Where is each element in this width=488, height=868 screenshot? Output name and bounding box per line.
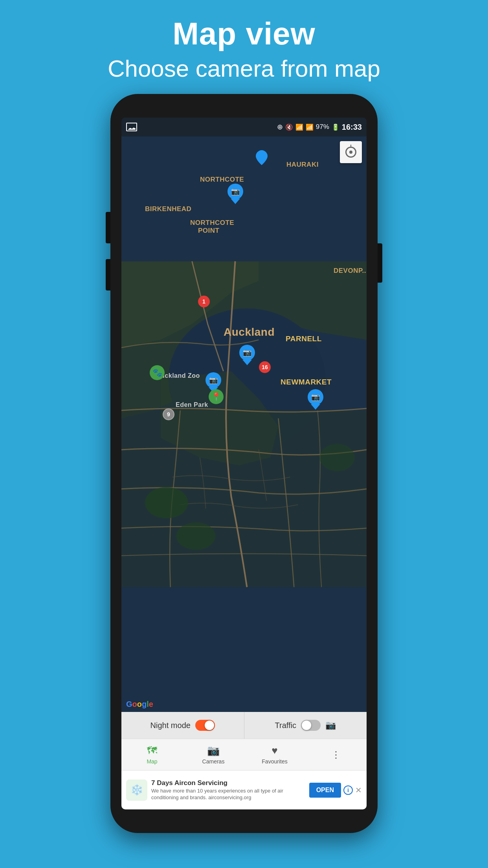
- cameras-nav-icon: 📷: [207, 745, 220, 757]
- controls-bar: Night mode Traffic 📷: [121, 712, 367, 739]
- svg-marker-14: [242, 360, 252, 365]
- map-view[interactable]: NORTHCOTE BIRKENHEAD NORTHCOTE POINT HAU…: [121, 136, 367, 712]
- map-label-birkenhead: BIRKENHEAD: [145, 205, 191, 213]
- traffic-toggle[interactable]: [301, 720, 321, 731]
- svg-text:📷: 📷: [231, 187, 240, 196]
- traffic-camera-icon: 📷: [325, 720, 336, 730]
- ad-open-button[interactable]: OPEN: [309, 783, 341, 798]
- subtitle: Choose camera from map: [108, 55, 380, 82]
- signal-icon: 📶: [306, 123, 314, 131]
- status-bar: ⊕ 🔇 📶 📶 97% 🔋 16:33: [121, 118, 367, 136]
- phone-body: ⊕ 🔇 📶 📶 97% 🔋 16:33: [110, 94, 378, 833]
- phone-frame: ⊕ 🔇 📶 📶 97% 🔋 16:33: [110, 94, 378, 833]
- map-svg: [121, 136, 367, 712]
- wifi-icon: 📶: [295, 123, 303, 131]
- map-label-northcote-point2: POINT: [198, 227, 219, 235]
- ad-text: 7 Days Aircon Servicing We have more tha…: [151, 779, 306, 801]
- location-button[interactable]: [340, 141, 362, 163]
- map-label-devonport: DEVONP...: [334, 267, 367, 275]
- map-nav-icon: 🗺: [147, 745, 157, 757]
- nav-cameras[interactable]: 📷 Cameras: [183, 741, 244, 768]
- road-badge-9: 9: [163, 408, 174, 420]
- ad-title: 7 Days Aircon Servicing: [151, 779, 306, 787]
- night-mode-label: Night mode: [150, 721, 191, 730]
- svg-point-8: [319, 444, 355, 471]
- volume-up-button[interactable]: [106, 212, 110, 243]
- map-label-newmarket: NEWMARKET: [281, 378, 332, 386]
- ad-description: We have more than 10 years experiences o…: [151, 788, 306, 801]
- traffic-label: Traffic: [275, 721, 296, 730]
- google-logo: Google: [126, 700, 153, 709]
- location-icon: [345, 147, 356, 158]
- camera-pin-2[interactable]: 📷: [238, 345, 256, 367]
- road-badge-1: 1: [198, 296, 210, 307]
- nav-favourites-label: Favourites: [262, 758, 287, 765]
- traffic-thumb: [302, 721, 311, 730]
- svg-point-6: [145, 487, 188, 519]
- nav-map-label: Map: [147, 758, 157, 765]
- svg-point-7: [176, 522, 216, 550]
- night-mode-toggle[interactable]: [195, 720, 215, 731]
- add-circle-icon: ⊕: [277, 123, 283, 131]
- night-mode-section[interactable]: Night mode: [121, 712, 244, 739]
- nav-more[interactable]: ⋮: [305, 746, 367, 763]
- nav-map[interactable]: 🗺 Map: [121, 741, 183, 768]
- ad-icon: ❄️: [126, 780, 147, 801]
- nav-favourites[interactable]: ♥ Favourites: [244, 741, 305, 768]
- svg-text:📷: 📷: [243, 348, 252, 357]
- ad-banner: ❄️ 7 Days Aircon Servicing We have more …: [121, 770, 367, 809]
- more-icon: ⋮: [331, 749, 341, 760]
- ad-info-icon[interactable]: i: [343, 785, 353, 795]
- image-icon: [126, 123, 137, 131]
- traffic-section[interactable]: Traffic 📷: [244, 712, 367, 739]
- poi-zoo[interactable]: 🐾: [150, 365, 165, 380]
- phone-screen: ⊕ 🔇 📶 📶 97% 🔋 16:33: [121, 118, 367, 809]
- road-badge-16: 16: [259, 361, 271, 373]
- map-label-parnell: PARNELL: [286, 335, 322, 343]
- map-label-auckland: Auckland: [224, 326, 275, 338]
- svg-marker-11: [231, 199, 240, 204]
- battery-percent: 97%: [316, 123, 329, 131]
- camera-pin-1[interactable]: 📷: [227, 184, 244, 206]
- map-label-hauraki: HAURAKI: [286, 161, 319, 169]
- route-marker-top: [256, 150, 268, 167]
- status-left: [126, 123, 137, 131]
- camera-pin-4[interactable]: 📷: [307, 389, 324, 411]
- status-right: ⊕ 🔇 📶 📶 97% 🔋 16:33: [277, 123, 362, 132]
- map-label-northcote-point: NORTHCOTE: [190, 219, 234, 227]
- favourites-nav-icon: ♥: [272, 745, 277, 757]
- svg-marker-20: [311, 404, 320, 410]
- mute-icon: 🔇: [285, 123, 293, 131]
- svg-text:📷: 📷: [311, 393, 320, 401]
- night-mode-thumb: [205, 721, 214, 730]
- app-header: Map view Choose camera from map: [108, 16, 380, 82]
- svg-text:📷: 📷: [209, 376, 218, 384]
- power-button[interactable]: [378, 243, 382, 283]
- nav-cameras-label: Cameras: [202, 758, 225, 765]
- main-title: Map view: [108, 16, 380, 52]
- map-label-northcote: NORTHCOTE: [200, 176, 244, 184]
- map-label-eden-park: Eden Park: [176, 401, 208, 408]
- bottom-navigation: 🗺 Map 📷 Cameras ♥ Favourites ⋮: [121, 739, 367, 770]
- poi-edenpark[interactable]: 📍: [209, 389, 224, 404]
- clock: 16:33: [342, 123, 362, 132]
- ad-close-button[interactable]: ✕: [355, 785, 362, 795]
- volume-down-button[interactable]: [106, 259, 110, 291]
- battery-icon: 🔋: [332, 123, 339, 131]
